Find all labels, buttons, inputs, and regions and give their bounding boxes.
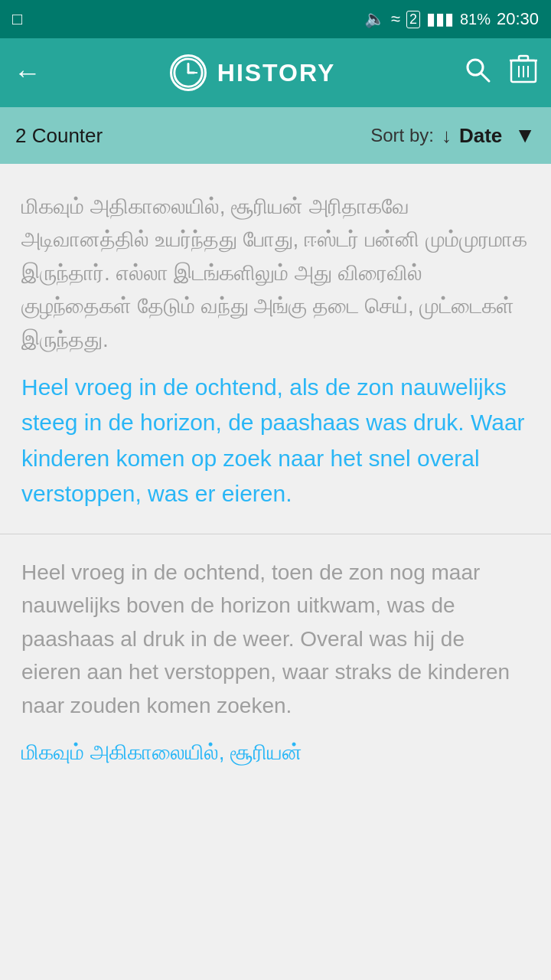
back-button[interactable]: ← bbox=[14, 57, 41, 89]
history-card-1: மிகவும் அதிகாலையில், சூரியன் அரிதாகவே அட… bbox=[0, 172, 551, 534]
svg-point-0 bbox=[174, 59, 202, 87]
time-display: 20:30 bbox=[497, 9, 539, 29]
sim2-icon: 2 bbox=[406, 11, 420, 28]
status-icons: 🔈 ≈ 2 ▮▮▮ 81% 20:30 bbox=[364, 9, 539, 29]
delete-button[interactable] bbox=[510, 54, 537, 92]
svg-line-4 bbox=[481, 74, 489, 81]
toolbar-title-area: HISTORY bbox=[55, 54, 450, 91]
toolbar-title: HISTORY bbox=[217, 59, 335, 87]
toolbar-actions bbox=[464, 54, 537, 92]
status-icon-gallery: □ bbox=[12, 9, 22, 29]
clock-svg bbox=[172, 56, 204, 90]
clock-icon bbox=[170, 54, 207, 91]
search-button[interactable] bbox=[464, 56, 491, 90]
counter-label: 2 Counter bbox=[15, 124, 103, 148]
card1-tamil-text: மிகவும் அதிகாலையில், சூரியன் அரிதாகவே அட… bbox=[21, 190, 530, 356]
sort-controls[interactable]: Sort by: ↓ Date ▼ bbox=[370, 123, 536, 148]
svg-rect-7 bbox=[519, 56, 528, 60]
history-content: மிகவும் அதிகாலையில், சூரியன் அரிதாகவே அட… bbox=[0, 164, 551, 798]
history-card-2: Heel vroeg in de ochtend, toen de zon no… bbox=[0, 537, 551, 790]
sort-arrow-icon: ↓ bbox=[442, 124, 452, 148]
card1-dutch-text: Heel vroeg in de ochtend, als de zon nau… bbox=[21, 370, 530, 512]
sort-bar: 2 Counter Sort by: ↓ Date ▼ bbox=[0, 107, 551, 164]
dropdown-arrow-icon[interactable]: ▼ bbox=[514, 123, 536, 148]
card2-tamil-text-blue: மிகவும் அகிகாலையில், சூரியன் bbox=[21, 736, 530, 769]
battery-label: 81% bbox=[460, 11, 491, 28]
toolbar: ← HISTORY bbox=[0, 38, 551, 107]
wifi-icon: ≈ bbox=[391, 9, 400, 29]
card2-dutch-text: Heel vroeg in de ochtend, toen de zon no… bbox=[21, 556, 530, 722]
signal-icon: ▮▮▮ bbox=[426, 9, 454, 29]
mute-icon: 🔈 bbox=[364, 9, 385, 29]
status-bar: □ 🔈 ≈ 2 ▮▮▮ 81% 20:30 bbox=[0, 0, 551, 38]
sort-by-label: Sort by: bbox=[370, 125, 434, 146]
sort-value: Date bbox=[459, 124, 502, 148]
